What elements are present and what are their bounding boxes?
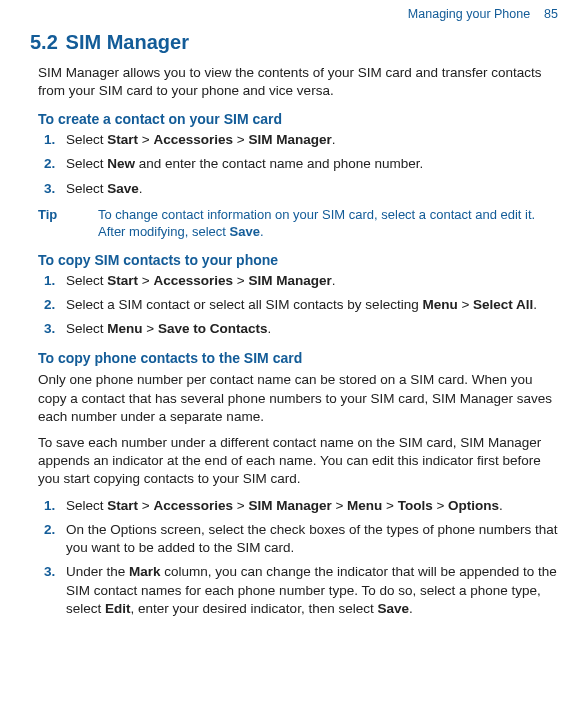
step-text: Select Menu > Save to Contacts. bbox=[66, 321, 271, 336]
step-number: 1. bbox=[44, 497, 55, 515]
step-item: 2. Select New and enter the contact name… bbox=[66, 155, 558, 173]
step-number: 2. bbox=[44, 155, 55, 173]
running-header: Managing your Phone 85 bbox=[38, 6, 558, 23]
step-number: 2. bbox=[44, 296, 55, 314]
step-text: On the Options screen, select the check … bbox=[66, 522, 558, 555]
subhead-copy-phone-to-sim: To copy phone contacts to the SIM card bbox=[38, 349, 558, 368]
step-number: 3. bbox=[44, 180, 55, 198]
step-item: 2. On the Options screen, select the che… bbox=[66, 521, 558, 557]
step-text: Select Start > Accessories > SIM Manager… bbox=[66, 273, 335, 288]
paragraph: To save each number under a different co… bbox=[38, 434, 558, 489]
steps-copy-sim-to-phone: 1. Select Start > Accessories > SIM Mana… bbox=[38, 272, 558, 339]
step-number: 2. bbox=[44, 521, 55, 539]
steps-create-sim-contact: 1. Select Start > Accessories > SIM Mana… bbox=[38, 131, 558, 198]
step-item: 3. Select Menu > Save to Contacts. bbox=[66, 320, 558, 338]
tip-block: Tip To change contact information on you… bbox=[38, 206, 558, 241]
header-section-title: Managing your Phone bbox=[408, 7, 530, 21]
step-item: 3. Select Save. bbox=[66, 180, 558, 198]
paragraph: Only one phone number per contact name c… bbox=[38, 371, 558, 426]
step-number: 1. bbox=[44, 272, 55, 290]
section-heading: 5.2 SIM Manager bbox=[30, 29, 558, 56]
step-item: 1. Select Start > Accessories > SIM Mana… bbox=[66, 272, 558, 290]
step-item: 2. Select a SIM contact or select all SI… bbox=[66, 296, 558, 314]
step-text: Under the Mark column, you can change th… bbox=[66, 564, 557, 615]
step-item: 3. Under the Mark column, you can change… bbox=[66, 563, 558, 618]
section-number: 5.2 bbox=[30, 31, 58, 53]
page-number: 85 bbox=[544, 7, 558, 21]
intro-paragraph: SIM Manager allows you to view the conte… bbox=[38, 64, 558, 100]
step-text: Select Start > Accessories > SIM Manager… bbox=[66, 498, 503, 513]
step-text: Select Start > Accessories > SIM Manager… bbox=[66, 132, 335, 147]
header-separator bbox=[534, 7, 541, 21]
section-title: SIM Manager bbox=[66, 31, 189, 53]
step-text: Select New and enter the contact name an… bbox=[66, 156, 423, 171]
subhead-copy-sim-to-phone: To copy SIM contacts to your phone bbox=[38, 251, 558, 270]
step-number: 3. bbox=[44, 563, 55, 581]
step-item: 1. Select Start > Accessories > SIM Mana… bbox=[66, 497, 558, 515]
step-text: Select Save. bbox=[66, 181, 143, 196]
document-page: Managing your Phone 85 5.2 SIM Manager S… bbox=[0, 0, 588, 646]
step-number: 3. bbox=[44, 320, 55, 338]
step-number: 1. bbox=[44, 131, 55, 149]
subhead-create-sim-contact: To create a contact on your SIM card bbox=[38, 110, 558, 129]
tip-body: To change contact information on your SI… bbox=[98, 206, 558, 241]
steps-copy-phone-to-sim: 1. Select Start > Accessories > SIM Mana… bbox=[38, 497, 558, 618]
step-item: 1. Select Start > Accessories > SIM Mana… bbox=[66, 131, 558, 149]
tip-label: Tip bbox=[38, 206, 98, 241]
step-text: Select a SIM contact or select all SIM c… bbox=[66, 297, 537, 312]
